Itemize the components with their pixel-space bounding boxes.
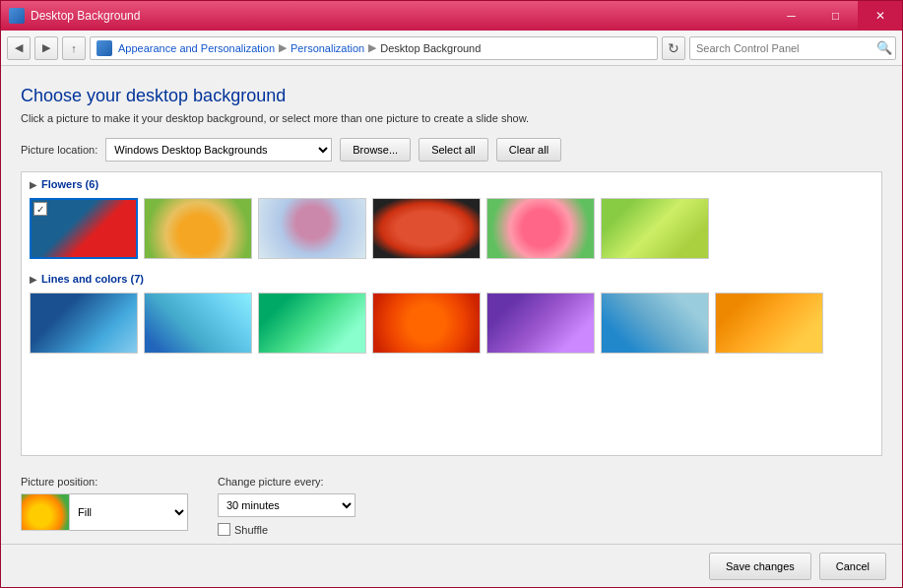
flowers-group-header: ▶ Flowers (6) [22,172,881,194]
lines-group-header: ▶ Lines and colors (7) [22,267,881,289]
save-changes-button[interactable]: Save changes [709,553,811,580]
addressbar: ◀ ▶ ↑ Appearance and Personalization ▶ P… [1,31,902,66]
picture-position-group: Picture position: Fill Fit Stretch Tile … [21,476,188,536]
position-preview [21,493,70,531]
flower-image-5[interactable] [486,198,595,259]
select-all-button[interactable]: Select all [419,138,488,162]
shuffle-checkbox[interactable] [218,523,230,536]
position-row: Fill Fit Stretch Tile Center Span [21,493,188,531]
footer-bar: Save changes Cancel [1,544,902,587]
browse-button[interactable]: Browse... [340,138,411,162]
selected-check: ✓ [33,202,47,216]
cancel-button[interactable]: Cancel [819,553,886,580]
lines-image-6[interactable] [601,293,709,354]
lines-group-title: Lines and colors (7) [41,273,144,285]
picture-location-select[interactable]: Windows Desktop Backgrounds [105,138,332,162]
up-button[interactable]: ↑ [62,36,86,60]
picture-position-label: Picture position: [21,476,188,488]
search-icon[interactable]: 🔍 [873,37,895,59]
flower-image-2[interactable] [144,198,252,259]
change-picture-label: Change picture every: [218,476,355,488]
flower-image-4[interactable] [372,198,481,259]
forward-button[interactable]: ▶ [34,36,58,60]
breadcrumb-current: Desktop Background [380,42,481,54]
close-button[interactable]: ✕ [858,1,902,31]
position-select[interactable]: Fill Fit Stretch Tile Center Span [70,493,188,531]
flowers-collapse-arrow[interactable]: ▶ [30,179,37,190]
flower-image-1[interactable]: ✓ [30,198,138,259]
maximize-button[interactable]: □ [813,1,858,31]
flower-image-3[interactable] [258,198,366,259]
back-button[interactable]: ◀ [7,36,31,60]
refresh-button[interactable]: ↻ [662,36,685,60]
titlebar-controls: ─ □ ✕ [769,1,902,31]
window: Desktop Background ─ □ ✕ ◀ ▶ ↑ Appearanc… [0,0,903,588]
position-preview-image [22,494,69,530]
image-panel: ▶ Flowers (6) ✓ ▶ Lines and colors (7) [21,171,882,456]
lines-image-4[interactable] [372,293,481,354]
picture-location-label: Picture location: [21,144,97,156]
lines-image-5[interactable] [486,293,595,354]
page-description: Click a picture to make it your desktop … [21,112,882,124]
breadcrumb: Appearance and Personalization ▶ Persona… [90,36,658,60]
lines-image-3[interactable] [258,293,366,354]
window-title: Desktop Background [31,9,140,23]
titlebar: Desktop Background ─ □ ✕ [1,1,902,31]
change-picture-group: Change picture every: 10 seconds 30 seco… [218,476,355,536]
shuffle-label: Shuffle [234,524,268,536]
lines-image-7[interactable] [715,293,823,354]
breadcrumb-appearance[interactable]: Appearance and Personalization [118,42,275,54]
titlebar-left: Desktop Background [9,8,140,24]
minimize-button[interactable]: ─ [769,1,813,31]
lines-image-1[interactable] [30,293,138,354]
picture-location-row: Picture location: Windows Desktop Backgr… [21,138,882,162]
flower-image-6[interactable] [601,198,709,259]
flowers-image-grid: ✓ [22,194,881,267]
clear-all-button[interactable]: Clear all [496,138,561,162]
flowers-group-title: Flowers (6) [41,178,98,190]
interval-select[interactable]: 10 seconds 30 seconds 1 minute 2 minutes… [218,493,355,517]
page-title: Choose your desktop background [21,86,882,106]
search-box: 🔍 [689,36,896,60]
app-icon [9,8,25,24]
lines-image-2[interactable] [144,293,252,354]
breadcrumb-personalization[interactable]: Personalization [290,42,364,54]
bottom-section: Picture position: Fill Fit Stretch Tile … [21,466,882,544]
shuffle-row: Shuffle [218,523,355,536]
lines-image-grid [22,289,881,361]
change-row: 10 seconds 30 seconds 1 minute 2 minutes… [218,493,355,517]
main-content: Choose your desktop background Click a p… [1,66,902,544]
lines-collapse-arrow[interactable]: ▶ [30,274,37,285]
search-input[interactable] [690,42,873,54]
breadcrumb-icon [97,40,112,56]
